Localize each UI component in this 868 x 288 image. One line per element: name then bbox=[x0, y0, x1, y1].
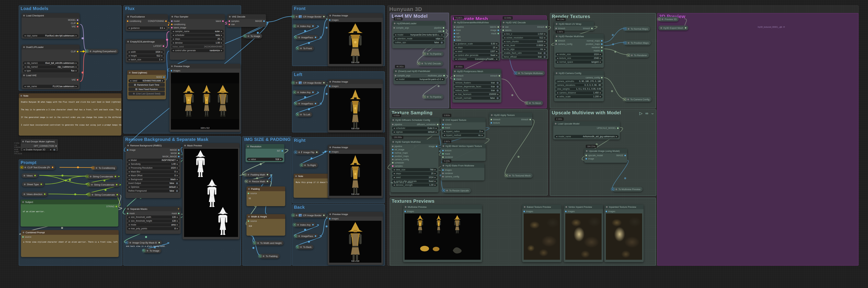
input-slot-images[interactable]: images bbox=[606, 210, 615, 213]
output-dot[interactable] bbox=[591, 28, 593, 29]
collapse-dot[interactable] bbox=[660, 27, 662, 29]
input-dot[interactable] bbox=[454, 36, 455, 38]
collapse-dot[interactable] bbox=[442, 145, 444, 147]
input-dot[interactable] bbox=[454, 33, 455, 34]
collapse-dot[interactable] bbox=[90, 50, 91, 52]
widget-dec-arrow[interactable]: ◀ bbox=[24, 85, 26, 87]
widget-dec-arrow[interactable]: ◀ bbox=[395, 34, 396, 36]
node-to-pipeline[interactable]: To Pipeline bbox=[424, 95, 443, 99]
output-slot-trimesh[interactable]: trimesh bbox=[521, 118, 531, 121]
node-to-image[interactable]: To Image bbox=[144, 248, 161, 253]
output-dot[interactable] bbox=[312, 224, 314, 225]
node-cr-image-border[interactable]: CR Image Border bbox=[293, 14, 327, 19]
output-dot[interactable] bbox=[617, 128, 619, 129]
widget-sigmas[interactable]: ◀sigmasdefault▶ bbox=[392, 130, 438, 134]
widget-mc-level[interactable]: ◀mc_level0.0000▶ bbox=[502, 44, 547, 47]
input-slot-trimesh[interactable]: trimesh bbox=[555, 27, 565, 30]
widget-dec-arrow[interactable]: ◀ bbox=[504, 33, 505, 35]
collapse-dot[interactable] bbox=[556, 72, 557, 74]
output-dot[interactable] bbox=[685, 27, 686, 29]
input-slot-images[interactable]: images bbox=[329, 150, 339, 153]
group-title-left[interactable]: Left bbox=[294, 72, 302, 77]
node-string-concatenate[interactable]: String Concatenate bbox=[89, 192, 120, 197]
input-slot-scheduler[interactable]: scheduler bbox=[392, 161, 404, 165]
input-slot-upscale-model[interactable]: upscale_model bbox=[586, 154, 603, 157]
widget-inc-arrow[interactable]: ▶ bbox=[435, 176, 436, 178]
widget-dec-arrow[interactable]: ◀ bbox=[455, 50, 457, 52]
output-dot[interactable] bbox=[437, 124, 438, 125]
output-dot[interactable] bbox=[315, 103, 316, 104]
input-dot[interactable] bbox=[454, 78, 455, 80]
widget-smooth-normals[interactable]: smooth_normalsfalse bbox=[454, 97, 500, 100]
group-title-flux[interactable]: Flux bbox=[125, 6, 134, 11]
output-dot[interactable] bbox=[263, 21, 265, 22]
output-dot[interactable] bbox=[624, 155, 626, 156]
widget-inc-arrow[interactable]: ▶ bbox=[496, 58, 498, 60]
node-imagepass[interactable]: ImagePass bbox=[296, 101, 318, 106]
input-slot-camera-config[interactable]: camera_config bbox=[442, 175, 459, 178]
node-vae-decode[interactable]: VAE DecodesamplesvaeIMAGE bbox=[227, 14, 266, 27]
output-dot[interactable] bbox=[222, 21, 224, 22]
output-dot[interactable] bbox=[601, 47, 602, 48]
output-slot-vae[interactable]: vae bbox=[438, 30, 444, 33]
widget-inc-arrow[interactable]: ▶ bbox=[221, 38, 222, 40]
node-string-concatenate[interactable]: String Concatenate bbox=[88, 182, 119, 187]
input-dot[interactable] bbox=[392, 165, 394, 167]
collapse-dot[interactable] bbox=[297, 25, 299, 27]
widget-dec-arrow[interactable]: ◀ bbox=[394, 173, 395, 174]
input-slot-conditioning[interactable]: conditioning bbox=[127, 20, 141, 23]
widget-inc-arrow[interactable]: ▶ bbox=[600, 53, 601, 55]
connection-dot[interactable] bbox=[624, 99, 625, 100]
input-dot[interactable] bbox=[454, 75, 455, 77]
collapse-dot[interactable] bbox=[23, 15, 25, 16]
widget-inc-arrow[interactable]: ▶ bbox=[435, 180, 436, 182]
node-hy3d-vae-decode[interactable]: Hy3D VAE Decodevaelatentstrimesh◀box_v1.… bbox=[501, 20, 548, 59]
input-slot-trimesh[interactable]: trimesh bbox=[454, 74, 463, 77]
group-title-front[interactable]: Front bbox=[294, 6, 306, 11]
connection-dot[interactable] bbox=[525, 102, 527, 104]
widget-dec-arrow[interactable]: ◀ bbox=[128, 178, 130, 180]
toggle-knob[interactable] bbox=[497, 82, 499, 84]
input-dot[interactable] bbox=[442, 153, 444, 154]
node-hy3d-diffusers-scheduler-config[interactable]: Hy3D Diffusers Scheduler Configpipelined… bbox=[391, 117, 440, 136]
input-dot[interactable] bbox=[442, 173, 444, 174]
collapse-dot[interactable] bbox=[330, 213, 331, 215]
widget-mask-offset[interactable]: ◀Mask Offset0▶ bbox=[127, 174, 180, 177]
connection-dot[interactable] bbox=[442, 189, 444, 191]
collapse-dot[interactable] bbox=[298, 235, 300, 237]
text-content[interactable]: 414 bbox=[247, 223, 285, 229]
collapse-dot[interactable] bbox=[298, 151, 300, 153]
node-hy3d-mesh-vertice-inpaint-texture[interactable]: Hy3D Mesh Vertice Inpaint Texturetexture… bbox=[441, 144, 486, 161]
connection-dot[interactable] bbox=[21, 167, 23, 168]
node-remove-background-rmbg[interactable]: Remove Background (RMBG)ImageIMAGEMASKMA… bbox=[126, 143, 181, 198]
collapse-dot[interactable] bbox=[249, 181, 251, 182]
widget-inpaint-radius[interactable]: ◀inpaint_radius3▶ bbox=[442, 130, 485, 133]
widget-dec-arrow[interactable]: ◀ bbox=[394, 127, 395, 129]
toggle-knob[interactable] bbox=[441, 42, 443, 43]
node-to-sample-multiview[interactable]: To Sample Multiview bbox=[515, 71, 545, 75]
widget-dec-arrow[interactable]: ◀ bbox=[455, 58, 457, 60]
input-dot[interactable] bbox=[127, 149, 128, 151]
widget-inc-arrow[interactable]: ▶ bbox=[441, 38, 443, 40]
connection-dot[interactable] bbox=[143, 250, 145, 252]
input-dot[interactable] bbox=[329, 19, 331, 21]
output-dot[interactable] bbox=[601, 77, 602, 78]
widget-size-threshold-width[interactable]: ◀size_threshold_width128▶ bbox=[127, 215, 180, 219]
preview-image-front[interactable]: 518 x 518 bbox=[329, 22, 381, 64]
widget-dec-arrow[interactable]: ◀ bbox=[556, 136, 557, 137]
node-dualcliploader[interactable]: DualCLIPLoaderCLIP◀clip_name1t5xxl_fp8_e… bbox=[22, 45, 80, 77]
widget-background[interactable]: ◀Backgroundblack▶ bbox=[127, 178, 180, 181]
node-hy3d-bake-from-multiview[interactable]: Hy3D Bake From Multiviewimagesrendererca… bbox=[441, 163, 485, 180]
collapse-dot[interactable] bbox=[23, 46, 25, 48]
output-slot-diffusers-scheduler[interactable]: diffusers_scheduler bbox=[417, 123, 438, 126]
node-separate-masks[interactable]: Separate Masks?maskmask◀size_threshold_w… bbox=[126, 207, 181, 234]
output-slot-mask[interactable]: MASK bbox=[171, 152, 180, 155]
output-dot[interactable] bbox=[546, 26, 547, 28]
input-slot-mask[interactable]: mask bbox=[442, 152, 450, 155]
collapse-dot[interactable] bbox=[427, 53, 429, 55]
collapse-dot[interactable] bbox=[297, 224, 299, 226]
text-content[interactable]: a three view stylized character sheet of… bbox=[21, 239, 119, 245]
widget-inc-arrow[interactable]: ▶ bbox=[161, 55, 163, 57]
output-dot[interactable] bbox=[158, 242, 160, 243]
connection-dot[interactable] bbox=[126, 242, 128, 244]
